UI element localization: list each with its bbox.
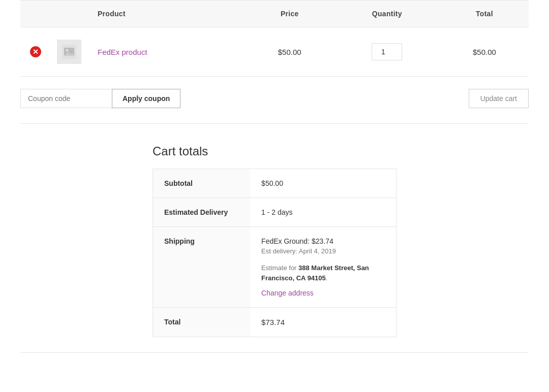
cell-quantity — [334, 27, 440, 77]
quantity-input[interactable] — [372, 43, 402, 60]
remove-icon: ✕ — [30, 46, 41, 57]
col-header-quantity: Quantity — [334, 1, 440, 27]
placeholder-image-icon — [62, 45, 76, 59]
product-total: $50.00 — [473, 48, 496, 56]
shipping-value-cell: FedEx Ground: $23.74 Est delivery: April… — [250, 227, 396, 308]
col-header-image — [51, 1, 92, 27]
cell-image — [51, 27, 92, 77]
totals-table: Subtotal $50.00 Estimated Delivery 1 - 2… — [152, 169, 396, 337]
product-link[interactable]: FedEx product — [98, 48, 147, 56]
total-row: Total $73.74 — [153, 308, 396, 337]
subtotal-value: $50.00 — [250, 169, 396, 198]
shipping-label: Shipping — [153, 227, 251, 308]
estimated-delivery-value: 1 - 2 days — [250, 198, 396, 227]
cart-table: Product Price Quantity Total ✕ — [20, 0, 529, 77]
cell-price: $50.00 — [246, 27, 334, 77]
estimate-suffix: . — [326, 274, 328, 282]
estimated-delivery-label: Estimated Delivery — [153, 198, 251, 227]
table-row: ✕ FedEx product — [20, 27, 529, 77]
col-header-price: Price — [246, 1, 334, 27]
update-cart-button[interactable]: Update cart — [469, 89, 529, 108]
product-image — [57, 40, 81, 64]
change-address-link[interactable]: Change address — [261, 289, 314, 297]
remove-item-button[interactable]: ✕ — [30, 46, 41, 57]
cell-remove: ✕ — [20, 27, 51, 77]
cart-totals-title: Cart totals — [152, 144, 396, 158]
shipping-est-delivery: Est delivery: April 4, 2019 — [261, 247, 385, 255]
cart-actions: Apply coupon Update cart — [20, 77, 529, 124]
total-value: $73.74 — [261, 318, 285, 326]
col-header-product: Product — [92, 1, 246, 27]
subtotal-row: Subtotal $50.00 — [153, 169, 396, 198]
shipping-method: FedEx Ground: $23.74 — [261, 237, 385, 245]
total-value-cell: $73.74 — [250, 308, 396, 337]
apply-coupon-button[interactable]: Apply coupon — [112, 89, 180, 108]
coupon-form: Apply coupon — [20, 89, 180, 108]
cart-totals-box: Cart totals Subtotal $50.00 Estimated De… — [152, 144, 396, 337]
total-label: Total — [153, 308, 251, 337]
shipping-row: Shipping FedEx Ground: $23.74 Est delive… — [153, 227, 396, 308]
product-price: $50.00 — [278, 48, 301, 56]
subtotal-label: Subtotal — [153, 169, 251, 198]
svg-point-2 — [66, 49, 69, 52]
estimate-text: Estimate for 388 Market Street, San Fran… — [261, 263, 385, 283]
cell-product: FedEx product — [92, 27, 246, 77]
estimated-delivery-row: Estimated Delivery 1 - 2 days — [153, 198, 396, 227]
coupon-code-input[interactable] — [20, 89, 112, 108]
cart-totals-section: Cart totals Subtotal $50.00 Estimated De… — [20, 144, 529, 337]
cell-total: $50.00 — [440, 27, 529, 77]
col-header-total: Total — [440, 1, 529, 27]
checkout-divider — [20, 352, 529, 353]
estimate-prefix: Estimate for — [261, 264, 298, 272]
col-header-remove — [20, 1, 51, 27]
